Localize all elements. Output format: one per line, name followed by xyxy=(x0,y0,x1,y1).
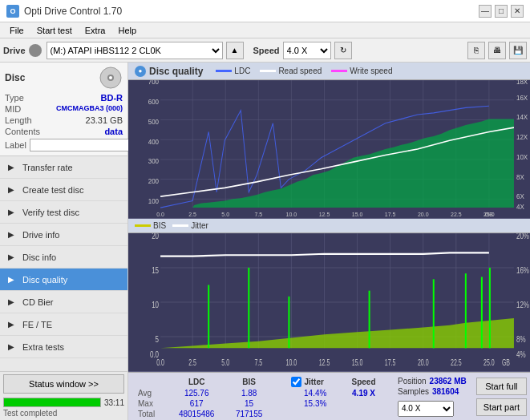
menu-file[interactable]: File xyxy=(3,24,30,37)
avg-row: Avg 125.76 1.88 14.4% 4.19 X xyxy=(135,388,385,398)
max-row: Max 617 15 15.3% xyxy=(135,398,385,409)
nav-verify-test-disc-label: Verify test disc xyxy=(22,208,79,217)
max-bis: 15 xyxy=(226,398,273,409)
svg-text:300: 300 xyxy=(148,157,160,165)
jitter-checkbox[interactable] xyxy=(291,377,301,387)
refresh-button[interactable]: ↻ xyxy=(334,42,352,59)
transfer-rate-icon: ▶ xyxy=(5,161,18,174)
progress-bar-inner xyxy=(4,398,100,406)
disc-mid-val: CMCMAGBA3 (000) xyxy=(56,104,123,114)
svg-text:500: 500 xyxy=(148,118,160,126)
nav-items: ▶ Transfer rate ▶ Create test disc ▶ Ver… xyxy=(0,156,127,371)
svg-text:15: 15 xyxy=(152,265,159,276)
write-speed-legend-dot xyxy=(331,70,347,72)
avg-ldc: 125.76 xyxy=(168,388,226,398)
top-chart-svg: 700 600 500 400 300 200 100 18X 16X 14X … xyxy=(128,80,530,218)
avg-jitter: 14.4% xyxy=(288,388,342,398)
nav-disc-info-label: Disc info xyxy=(22,252,56,262)
bottom-legend-bar: BIS Jitter xyxy=(128,219,530,233)
total-ldc: 48015486 xyxy=(168,409,226,419)
status-window-button[interactable]: Status window >> xyxy=(3,374,124,394)
menu-start-test[interactable]: Start test xyxy=(30,24,79,37)
stats-row: LDC BIS Jitter Speed xyxy=(128,372,530,420)
title-bar: O Opti Drive Control 1.70 — □ ✕ xyxy=(0,0,530,22)
menu-extra[interactable]: Extra xyxy=(79,24,112,37)
svg-text:100: 100 xyxy=(148,196,160,204)
nav-disc-info[interactable]: ▶ Disc info xyxy=(0,246,127,269)
maximize-button[interactable]: □ xyxy=(495,5,508,18)
nav-transfer-rate-label: Transfer rate xyxy=(22,163,73,172)
chart-header: ● Disc quality LDC Read speed Write spee… xyxy=(128,63,530,80)
verify-test-disc-icon: ▶ xyxy=(5,206,18,219)
disc-type-row: Type BD-R xyxy=(5,93,123,103)
jitter-check: Jitter xyxy=(291,377,339,387)
close-button[interactable]: ✕ xyxy=(511,5,524,18)
svg-text:700: 700 xyxy=(148,80,160,86)
speed-select[interactable]: 4.0 X 1.0 X 2.0 X 8.0 X Max xyxy=(283,42,331,59)
read-speed-legend-dot xyxy=(260,70,276,72)
svg-text:20.0: 20.0 xyxy=(418,211,429,218)
avg-bis: 1.88 xyxy=(226,388,273,398)
create-test-disc-icon: ▶ xyxy=(5,184,18,196)
legend-ldc: LDC xyxy=(216,67,250,75)
save-button[interactable]: 💾 xyxy=(509,42,527,59)
print-button[interactable]: 🖶 xyxy=(488,42,506,59)
svg-text:200: 200 xyxy=(148,177,160,185)
speed-target-select[interactable]: 4.0 X 2.0 X 1.0 X xyxy=(398,401,454,417)
nav-extra-tests[interactable]: ▶ Extra tests xyxy=(0,336,127,358)
disc-contents-val: data xyxy=(104,127,123,136)
svg-text:5.0: 5.0 xyxy=(221,358,229,368)
legend-bis: BIS xyxy=(135,221,166,230)
legend-jitter: Jitter xyxy=(172,221,208,230)
nav-drive-info-label: Drive info xyxy=(22,230,59,240)
app-icon: O xyxy=(6,5,19,18)
stats-table: LDC BIS Jitter Speed xyxy=(128,373,391,420)
eject-button[interactable]: ▲ xyxy=(226,42,244,59)
menu-help[interactable]: Help xyxy=(111,24,143,37)
progress-bar-outer xyxy=(3,398,101,407)
svg-text:8%: 8% xyxy=(516,334,526,345)
svg-text:8X: 8X xyxy=(516,172,524,180)
toolbar: Drive (M:) ATAPI iHBS112 2 CL0K ▲ Speed … xyxy=(0,38,530,63)
nav-disc-quality[interactable]: ▶ Disc quality xyxy=(0,269,127,291)
disc-contents-key: Contents xyxy=(5,127,40,136)
nav-fe-te[interactable]: ▶ FE / TE xyxy=(0,313,127,336)
disc-panel: Disc Type BD-R MID CMCMAGBA3 (000) Lengt… xyxy=(0,63,127,156)
progress-row: 33:11 xyxy=(0,396,127,409)
extra-tests-icon: ▶ xyxy=(5,341,18,353)
total-row: Total 48015486 717155 xyxy=(135,409,385,419)
svg-text:GB: GB xyxy=(485,211,493,218)
svg-text:2.5: 2.5 xyxy=(188,358,196,368)
svg-text:600: 600 xyxy=(148,98,160,106)
app-title: Opti Drive Control 1.70 xyxy=(24,6,122,17)
start-full-button[interactable]: Start full xyxy=(476,378,527,395)
nav-transfer-rate[interactable]: ▶ Transfer rate xyxy=(0,156,127,179)
disc-length-key: Length xyxy=(5,115,32,125)
disc-label-input[interactable] xyxy=(30,139,133,151)
nav-drive-info[interactable]: ▶ Drive info xyxy=(0,224,127,246)
write-speed-legend-label: Write speed xyxy=(350,67,392,75)
max-ldc: 617 xyxy=(168,398,226,409)
svg-text:400: 400 xyxy=(148,137,160,145)
nav-create-test-disc[interactable]: ▶ Create test disc xyxy=(0,179,127,201)
drive-select[interactable]: (M:) ATAPI iHBS112 2 CL0K xyxy=(47,42,223,59)
chart-title: Disc quality xyxy=(149,66,203,77)
nav-cd-bier[interactable]: ▶ CD Bier xyxy=(0,291,127,313)
svg-text:14X: 14X xyxy=(516,113,528,121)
start-part-button[interactable]: Start part xyxy=(476,398,527,416)
svg-text:10: 10 xyxy=(152,300,159,310)
nav-verify-test-disc[interactable]: ▶ Verify test disc xyxy=(0,201,127,224)
disc-info-icon: ▶ xyxy=(5,251,18,264)
col-speed: Speed xyxy=(342,376,385,388)
svg-text:5: 5 xyxy=(156,334,160,345)
svg-text:0.0: 0.0 xyxy=(156,358,164,368)
disc-type-val: BD-R xyxy=(101,93,123,103)
speed-label: Speed xyxy=(253,46,280,55)
jitter-legend-dot xyxy=(172,224,188,227)
copy-button[interactable]: ⎘ xyxy=(467,42,485,59)
ldc-legend-dot xyxy=(216,70,232,72)
avg-speed: 4.19 X xyxy=(342,388,385,398)
content-area: ● Disc quality LDC Read speed Write spee… xyxy=(128,63,530,420)
svg-text:25.0: 25.0 xyxy=(483,358,495,368)
minimize-button[interactable]: — xyxy=(479,5,492,18)
